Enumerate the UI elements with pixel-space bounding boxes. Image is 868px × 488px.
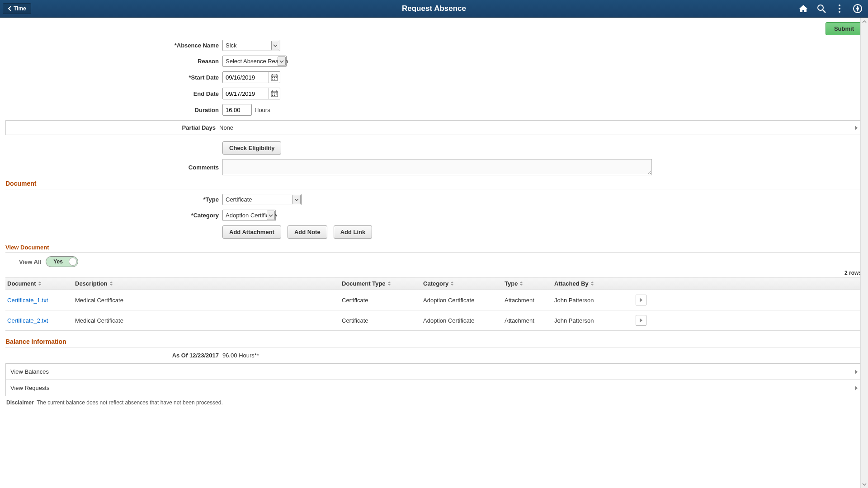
- col-category[interactable]: Category: [423, 280, 505, 287]
- view-all-toggle[interactable]: Yes: [46, 256, 78, 267]
- svg-point-3: [839, 8, 840, 9]
- cell-category: Adoption Certificate: [423, 297, 505, 304]
- search-icon[interactable]: [816, 4, 826, 14]
- view-balances-row[interactable]: View Balances: [5, 363, 863, 380]
- vertical-scrollbar[interactable]: [860, 18, 868, 414]
- col-attached-by[interactable]: Attached By: [554, 280, 627, 287]
- disclaimer: Disclaimer The current balance does not …: [5, 396, 863, 409]
- document-buttons-row: Add Attachment Add Note Add Link: [222, 225, 863, 239]
- end-date-row: End Date: [5, 88, 863, 99]
- end-date-label: End Date: [5, 90, 222, 97]
- doc-category-select[interactable]: Adoption Certificate: [222, 210, 276, 221]
- cell-document-type: Certificate: [342, 317, 423, 324]
- add-attachment-button[interactable]: Add Attachment: [222, 225, 281, 239]
- svg-rect-21: [274, 94, 275, 94]
- reason-select[interactable]: Select Absence Reason: [222, 56, 287, 67]
- reason-row: Reason Select Absence Reason: [5, 56, 863, 67]
- svg-rect-24: [274, 95, 275, 96]
- partial-days-value: None: [219, 124, 233, 131]
- chevron-right-icon: [640, 298, 642, 302]
- document-link[interactable]: Certificate_2.txt: [7, 317, 48, 324]
- rows-count: 2 rows: [5, 269, 863, 277]
- duration-label: Duration: [5, 107, 222, 113]
- duration-row: Duration Hours: [5, 104, 863, 116]
- start-date-label: *Start Date: [5, 74, 222, 81]
- doc-type-select[interactable]: Certificate: [222, 194, 302, 205]
- row-details-button[interactable]: [636, 315, 646, 326]
- duration-input[interactable]: [222, 104, 252, 116]
- comments-row: Comments: [5, 159, 863, 175]
- check-eligibility-button[interactable]: Check Eligibility: [222, 141, 281, 155]
- col-document-type[interactable]: Document Type: [342, 280, 423, 287]
- comments-input[interactable]: [222, 159, 652, 175]
- chevron-right-icon: [640, 318, 642, 323]
- chevron-down-icon: [271, 41, 279, 50]
- content: Submit *Absence Name Sick Reason Select …: [0, 18, 868, 414]
- as-of-value: 96.00 Hours**: [222, 352, 259, 359]
- svg-rect-12: [274, 77, 275, 78]
- back-button[interactable]: Time: [3, 3, 31, 14]
- chevron-down-icon: [267, 211, 275, 220]
- chevron-right-icon: [855, 126, 858, 130]
- as-of-label: As Of 12/23/2017: [5, 352, 222, 359]
- add-note-button[interactable]: Add Note: [288, 225, 327, 239]
- svg-rect-23: [272, 95, 273, 96]
- start-date-row: *Start Date: [5, 71, 863, 83]
- svg-rect-11: [272, 77, 273, 78]
- cell-description: Medical Certificate: [75, 297, 342, 304]
- view-all-label: View All: [19, 258, 41, 265]
- duration-unit: Hours: [255, 107, 270, 113]
- chevron-left-icon: [8, 6, 11, 11]
- cell-type: Attachment: [505, 317, 554, 324]
- chevron-right-icon: [855, 386, 858, 390]
- balance-section-title: Balance Information: [5, 338, 863, 347]
- document-link[interactable]: Certificate_1.txt: [7, 297, 48, 304]
- header: Time Request Absence: [0, 0, 868, 18]
- svg-rect-15: [274, 79, 275, 80]
- add-link-button[interactable]: Add Link: [334, 225, 373, 239]
- svg-rect-14: [272, 79, 273, 80]
- svg-rect-20: [272, 94, 273, 94]
- comments-label: Comments: [5, 164, 222, 171]
- cell-document-type: Certificate: [342, 297, 423, 304]
- cell-attached-by: John Patterson: [554, 297, 627, 304]
- end-date-input[interactable]: [223, 88, 268, 99]
- compass-icon[interactable]: [853, 4, 863, 14]
- check-eligibility-row: Check Eligibility: [5, 141, 863, 155]
- calendar-icon[interactable]: [268, 72, 280, 83]
- absence-name-select[interactable]: Sick: [222, 40, 280, 51]
- col-type[interactable]: Type: [505, 280, 554, 287]
- reason-label: Reason: [5, 58, 222, 65]
- chevron-right-icon: [855, 370, 858, 374]
- col-description[interactable]: Description: [75, 280, 342, 287]
- document-table: Document Description Document Type Categ…: [5, 277, 863, 331]
- absence-name-row: *Absence Name Sick: [5, 40, 863, 51]
- doc-type-row: *Type Certificate: [5, 194, 863, 205]
- chevron-down-icon: [278, 56, 286, 66]
- balance-as-of-row: As Of 12/23/2017 96.00 Hours**: [5, 352, 863, 359]
- home-icon[interactable]: [798, 4, 808, 14]
- svg-point-2: [839, 5, 840, 6]
- svg-rect-22: [276, 94, 277, 94]
- calendar-icon[interactable]: [268, 88, 280, 99]
- table-row: Certificate_2.txt Medical Certificate Ce…: [5, 310, 863, 331]
- more-icon[interactable]: [835, 4, 844, 14]
- row-details-button[interactable]: [636, 295, 646, 305]
- chevron-down-icon: [292, 195, 301, 204]
- scroll-up-icon[interactable]: [861, 18, 868, 25]
- cell-attached-by: John Patterson: [554, 317, 627, 324]
- view-requests-row[interactable]: View Requests: [5, 380, 863, 396]
- col-document[interactable]: Document: [7, 280, 75, 287]
- back-label: Time: [14, 5, 26, 12]
- doc-category-label: *Category: [5, 212, 222, 219]
- svg-line-1: [823, 10, 826, 13]
- page-title: Request Absence: [402, 4, 466, 13]
- submit-button[interactable]: Submit: [826, 22, 863, 35]
- cell-type: Attachment: [505, 297, 554, 304]
- absence-name-label: *Absence Name: [5, 42, 222, 49]
- partial-days-row[interactable]: Partial Days None: [5, 120, 863, 135]
- table-row: Certificate_1.txt Medical Certificate Ce…: [5, 290, 863, 310]
- view-document-title: View Document: [5, 244, 863, 253]
- start-date-input[interactable]: [223, 72, 268, 83]
- cell-category: Adoption Certificate: [423, 317, 505, 324]
